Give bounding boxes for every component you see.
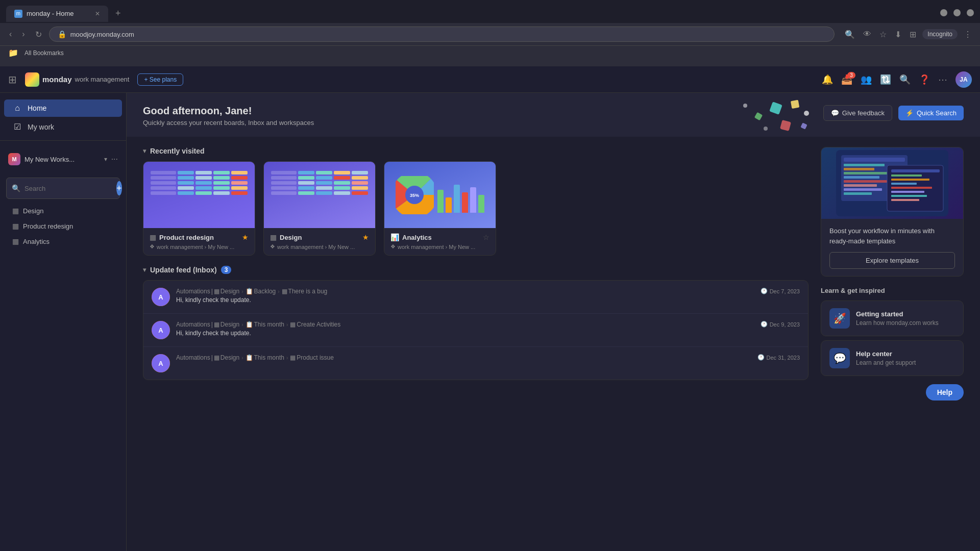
svg-text:A: A [158,293,163,301]
address-bar[interactable]: 🔒 moodjoy.monday.com [49,27,835,42]
workspace-chevron-icon: ▾ [104,156,107,163]
svg-rect-2 [754,112,763,120]
card-board-icon-product-redesign: ▦ [150,233,156,241]
board-card-analytics[interactable]: 35% [384,161,496,256]
help-button[interactable]: Help [926,384,964,400]
search-input[interactable] [24,185,110,192]
feed-icon-2c: ▦ [290,321,296,328]
feed-content-2: Automations | ▦ Design › 📋 This month › [176,321,754,337]
greeting-text: Good afternoon, Jane! Quickly access you… [143,105,314,127]
mini-board-product-redesign [148,168,251,224]
feed-sender-2: Automations [176,321,210,328]
workspace-more-icon[interactable]: ··· [111,155,118,164]
extensions-icon[interactable]: ⊞ [908,28,918,41]
inbox-badge: 3 [847,72,855,79]
sidebar-my-work-label: My work [28,123,54,131]
sep-icon-1a: | [211,288,213,295]
feed-icon-2a: ▦ [214,321,219,328]
feed-icon-1c: ▦ [282,288,287,295]
sidebar-board-analytics[interactable]: ▦ Analytics [4,234,122,248]
add-board-button[interactable]: + [116,181,122,195]
sidebar-board-product-redesign[interactable]: ▦ Product redesign [4,219,122,233]
updates-icon[interactable]: 🔃 [880,74,891,85]
board-card-design[interactable]: ▦ Design ★ ❖ work management › My New ..… [263,161,376,256]
reading-mode-icon[interactable]: 👁 [861,28,873,41]
feed-item-3[interactable]: A Automations | ▦ Design › [143,347,808,380]
feed-time-text-2: Dec 9, 2023 [770,321,800,328]
card-star-design[interactable]: ★ [362,233,369,241]
card-preview-design [264,162,375,228]
people-icon[interactable]: 👥 [861,74,872,85]
bell-icon[interactable]: 🔔 [822,74,833,85]
sidebar-workspace[interactable]: M My New Works... ▾ ··· [0,149,126,169]
card-title-row-product-redesign: ▦ Product redesign ★ [150,233,249,241]
reload-button[interactable]: ↻ [32,28,45,41]
board-analytics-label: Analytics [23,238,50,245]
workspace-meta-icon-analytics: ❖ [390,243,396,250]
sidebar-board-design[interactable]: ▦ Design [4,204,122,218]
back-button[interactable]: ‹ [6,28,15,41]
feed-avatar-2: A [152,321,170,339]
card-meta-text-analytics: work management › My New ... [398,244,475,250]
active-tab[interactable]: m monday - Home ✕ [6,6,108,22]
feed-item-1[interactable]: A Automations | ▦ Design › [143,281,808,314]
all-bookmarks-link[interactable]: All Bookmarks [24,49,64,57]
close-button[interactable] [967,9,974,16]
feed-chevron-icon[interactable]: ▾ [143,266,146,273]
download-icon[interactable]: ⬇ [893,28,903,41]
svg-text:A: A [158,327,163,334]
sidebar: ⌂ Home ☑ My work M My New Works... ▾ ···… [0,93,127,551]
feed-path-3b: This month [254,354,284,361]
inspire-card-getting-started[interactable]: 🚀 Getting started Learn how monday.com w… [821,300,964,336]
svg-rect-7 [800,122,807,129]
feed-item-2[interactable]: A Automations | ▦ Design › [143,314,808,347]
new-tab-button[interactable]: + [111,6,125,21]
feed-path-1a: Design [220,288,239,295]
svg-rect-28 [844,184,877,187]
forward-button[interactable]: › [19,28,28,41]
maximize-button[interactable] [953,9,961,16]
svg-rect-33 [891,174,922,177]
tab-close-button[interactable]: ✕ [95,10,100,17]
card-meta-product-redesign: ❖ work management › My New ... [150,243,249,250]
recently-visited-chevron-icon[interactable]: ▾ [143,147,146,155]
feed-avatar-3: A [152,354,170,372]
search-header-icon[interactable]: 🔍 [899,74,911,85]
workspace-meta-icon-design: ❖ [270,243,275,250]
quick-search-button[interactable]: ⚡ Quick Search [898,106,964,120]
feedback-button[interactable]: 💬 Give feedback [823,105,892,121]
home-icon: ⌂ [12,104,22,113]
feedback-label: Give feedback [842,109,885,117]
tab-bar: m monday - Home ✕ + [0,0,980,23]
explore-templates-button[interactable]: Explore templates [829,252,955,269]
browser-menu-icon[interactable]: ⋮ [962,28,974,41]
inspire-card-help-center[interactable]: 💬 Help center Learn and get support [821,340,964,376]
board-product-redesign-icon: ▦ [12,222,19,230]
card-star-product-redesign[interactable]: ★ [242,233,249,241]
board-card-product-redesign[interactable]: ▦ Product redesign ★ ❖ work management ›… [143,161,255,256]
more-icon[interactable]: ⋯ [938,74,947,85]
feed-content-1: Automations | ▦ Design › 📋 Backlog › [176,288,754,304]
sidebar-item-my-work[interactable]: ☑ My work [4,118,122,136]
workspace-name: My New Works... [24,156,100,163]
see-plans-button[interactable]: + See plans [137,73,183,86]
sidebar-item-home[interactable]: ⌂ Home [4,99,122,117]
template-description: Boost your workflow in minutes with read… [829,226,955,246]
sep-icon-2a: | [211,321,213,328]
feed-breadcrumb-2: Automations | ▦ Design › 📋 This month › [176,321,754,328]
browser-search-icon[interactable]: 🔍 [843,28,857,41]
inbox-icon[interactable]: 📥 3 [841,74,852,85]
card-star-analytics[interactable]: ☆ [483,233,489,241]
help-icon[interactable]: ❓ [919,74,930,85]
bookmark-icon[interactable]: ☆ [877,28,889,41]
incognito-badge[interactable]: Incognito [922,29,958,39]
grid-icon[interactable]: ⊞ [8,73,17,86]
minimize-button[interactable] [940,9,947,16]
breadcrumb-sep-3a: › [241,355,243,361]
feed-path-3a: Design [220,354,239,361]
inspire-title: Learn & get inspired [821,287,964,294]
user-avatar[interactable]: JA [955,71,972,88]
feedback-icon: 💬 [831,109,839,117]
greeting-title: Good afternoon, Jane! [143,105,314,117]
tab-title: monday - Home [27,10,74,17]
